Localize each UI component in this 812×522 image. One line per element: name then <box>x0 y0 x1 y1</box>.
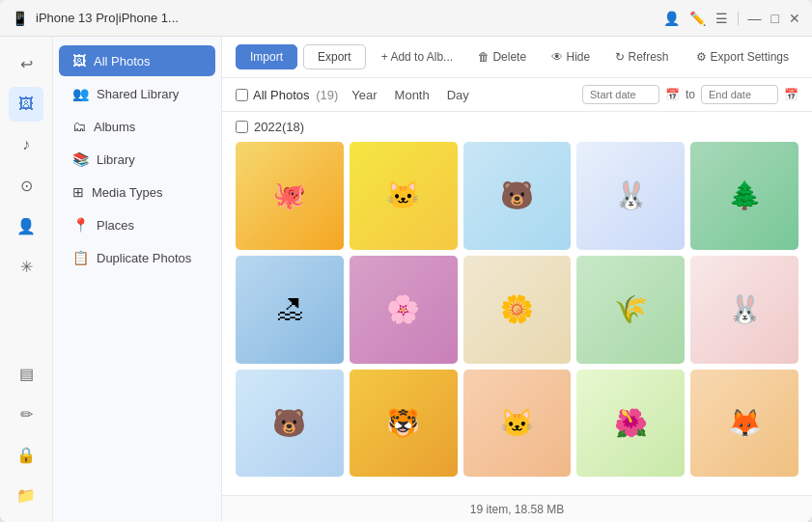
all-photos-checkbox-label[interactable]: All Photos (19) <box>236 88 338 102</box>
iconbar-apps[interactable]: ✳ <box>9 249 43 284</box>
device-icon: 📱 <box>12 11 28 26</box>
filter-tabs: Year Month Day <box>351 86 469 104</box>
iconbar-back[interactable]: ↩ <box>9 46 43 81</box>
iconbar-contacts[interactable]: 👤 <box>9 208 43 243</box>
date-to-label: to <box>686 88 695 101</box>
sidebar-item-media-types[interactable]: ⊞ Media Types <box>59 177 215 207</box>
photo-thumb[interactable]: 🌺 <box>576 370 685 478</box>
user-icon[interactable]: 👤 <box>663 11 680 26</box>
export-settings-button[interactable]: ⚙ Export Settings <box>686 45 798 69</box>
iconbar-files[interactable]: ▤ <box>9 356 43 391</box>
photo-thumb[interactable]: 🌸 <box>350 256 458 364</box>
device-name: iPhone 13 Pro|iPhone 1... <box>36 11 179 25</box>
iconbar-video[interactable]: ⊙ <box>9 168 43 203</box>
status-bar: 19 item, 18.58 MB <box>222 495 812 522</box>
end-date-input[interactable] <box>701 85 778 104</box>
photo-thumb[interactable]: 🐱 <box>463 370 572 478</box>
year-group: 2022(18) <box>236 120 798 134</box>
iconbar-backup[interactable]: 📁 <box>9 478 43 512</box>
sidebar-label-duplicate: Duplicate Photos <box>97 251 191 265</box>
month-tab[interactable]: Month <box>395 86 430 104</box>
photo-thumb[interactable]: 🌾 <box>576 256 685 364</box>
duplicate-icon: 📋 <box>72 250 89 265</box>
albums-icon: 🗂 <box>72 119 86 134</box>
sidebar-label-shared-library: Shared Library <box>97 87 179 101</box>
filter-bar: All Photos (19) Year Month Day 📅 to 📅 <box>222 78 812 112</box>
library-icon: 📚 <box>72 151 89 167</box>
end-date-calendar-icon[interactable]: 📅 <box>784 88 798 101</box>
sidebar-label-all-photos: All Photos <box>94 54 151 69</box>
iconbar-music[interactable]: ♪ <box>9 127 43 162</box>
toolbar: Import Export + Add to Alb... 🗑 Delete 👁… <box>222 37 812 78</box>
export-button[interactable]: Export <box>303 44 366 69</box>
media-types-icon: ⊞ <box>72 184 84 200</box>
photo-thumb[interactable]: 🐻 <box>236 370 344 478</box>
delete-button[interactable]: 🗑 Delete <box>468 45 536 69</box>
icon-bar: ↩ 🖼 ♪ ⊙ 👤 ✳ ▤ ✏ 🔒 📁 <box>0 37 53 522</box>
day-tab[interactable]: Day <box>447 86 469 104</box>
sidebar-item-duplicate-photos[interactable]: 📋 Duplicate Photos <box>59 242 215 273</box>
minimize-button[interactable]: — <box>748 11 762 26</box>
edit-icon[interactable]: ✏️ <box>689 11 706 26</box>
photo-thumb[interactable]: 🏖 <box>236 256 344 364</box>
refresh-button[interactable]: ↻ Refresh <box>605 45 678 69</box>
sidebar: 🖼 All Photos 👥 Shared Library 🗂 Albums 📚… <box>53 37 222 522</box>
hide-button[interactable]: 👁 Hide <box>542 45 600 69</box>
all-photos-filter-label: All Photos (19) <box>253 88 338 102</box>
sidebar-item-library[interactable]: 📚 Library <box>59 144 215 175</box>
sidebar-label-library: Library <box>97 152 135 167</box>
all-photos-icon: 🖼 <box>72 53 86 69</box>
iconbar-tools[interactable]: ✏ <box>9 397 43 431</box>
photo-thumb[interactable]: 🐰 <box>576 142 685 250</box>
sidebar-label-places: Places <box>97 218 134 233</box>
date-filter: 📅 to 📅 <box>582 85 798 104</box>
photo-thumb[interactable]: 🐙 <box>236 142 344 250</box>
sidebar-item-albums[interactable]: 🗂 Albums <box>59 111 215 142</box>
year-checkbox[interactable] <box>236 121 248 133</box>
photo-thumb[interactable]: 🌲 <box>690 142 798 250</box>
title-bar-controls: 👤 ✏️ ☰ — □ ✕ <box>663 11 800 26</box>
year-tab[interactable]: Year <box>351 86 377 104</box>
start-date-calendar-icon[interactable]: 📅 <box>665 88 680 101</box>
app-window: 📱 iPhone 13 Pro|iPhone 1... 👤 ✏️ ☰ — □ ✕… <box>0 0 812 522</box>
photo-thumb[interactable]: 🐻 <box>463 142 572 250</box>
photo-thumb[interactable]: 🐰 <box>690 256 798 364</box>
title-bar-left: 📱 iPhone 13 Pro|iPhone 1... <box>12 11 179 26</box>
content-area: Import Export + Add to Alb... 🗑 Delete 👁… <box>222 37 812 522</box>
status-text: 19 item, 18.58 MB <box>470 503 564 516</box>
start-date-input[interactable] <box>582 85 659 104</box>
photo-thumb[interactable]: 🐯 <box>350 370 458 478</box>
main-content: ↩ 🖼 ♪ ⊙ 👤 ✳ ▤ ✏ 🔒 📁 🖼 All Photos 👥 Share… <box>0 37 812 522</box>
add-to-album-button[interactable]: + Add to Alb... <box>372 45 462 69</box>
iconbar-photos[interactable]: 🖼 <box>9 87 43 122</box>
photo-thumb[interactable]: 🦊 <box>690 370 798 478</box>
photo-thumb[interactable]: 🐱 <box>350 142 458 250</box>
maximize-button[interactable]: □ <box>771 11 779 26</box>
title-bar: 📱 iPhone 13 Pro|iPhone 1... 👤 ✏️ ☰ — □ ✕ <box>0 0 812 37</box>
sidebar-item-all-photos[interactable]: 🖼 All Photos <box>59 45 215 76</box>
photo-grid: 🐙 🐱 🐻 🐰 <box>236 142 798 477</box>
sidebar-item-places[interactable]: 📍 Places <box>59 209 215 240</box>
sidebar-label-albums: Albums <box>94 120 135 134</box>
iconbar-privacy[interactable]: 🔒 <box>9 437 43 472</box>
photo-area[interactable]: 2022(18) 🐙 🐱 🐻 <box>222 112 812 495</box>
menu-icon[interactable]: ☰ <box>715 11 728 26</box>
close-button[interactable]: ✕ <box>789 11 800 26</box>
sidebar-label-media-types: Media Types <box>92 185 162 200</box>
photo-thumb[interactable]: 🌼 <box>463 256 572 364</box>
import-button[interactable]: Import <box>236 44 297 69</box>
all-photos-checkbox[interactable] <box>236 89 248 101</box>
shared-library-icon: 👥 <box>72 86 89 101</box>
places-icon: 📍 <box>72 217 89 233</box>
sidebar-item-shared-library[interactable]: 👥 Shared Library <box>59 78 215 109</box>
year-label: 2022(18) <box>254 120 304 134</box>
